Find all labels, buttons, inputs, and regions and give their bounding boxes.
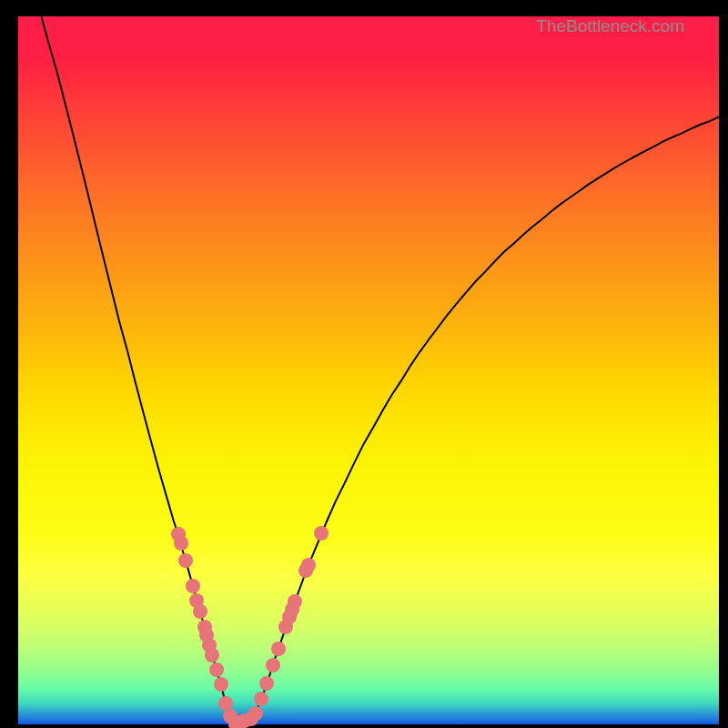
scatter-point bbox=[288, 594, 302, 609]
scatter-point bbox=[266, 658, 280, 672]
scatter-point bbox=[209, 662, 224, 677]
plot-curve bbox=[18, 16, 719, 724]
scatter-point bbox=[259, 676, 274, 691]
scatter-point bbox=[254, 692, 268, 706]
scatter-point bbox=[218, 696, 233, 711]
plot-area: TheBottleneck.com bbox=[18, 16, 719, 724]
scatter-point bbox=[214, 677, 228, 692]
scatter-point bbox=[271, 642, 286, 656]
scatter-point bbox=[248, 706, 263, 721]
scatter-point bbox=[314, 526, 329, 541]
scatter-point bbox=[178, 553, 193, 568]
scatter-point bbox=[205, 648, 219, 662]
scatter-point bbox=[301, 558, 316, 572]
scatter-point bbox=[174, 536, 188, 551]
watermark-text: TheBottleneck.com bbox=[536, 16, 684, 36]
scatter-point bbox=[193, 604, 207, 619]
scatter-point bbox=[186, 579, 200, 593]
